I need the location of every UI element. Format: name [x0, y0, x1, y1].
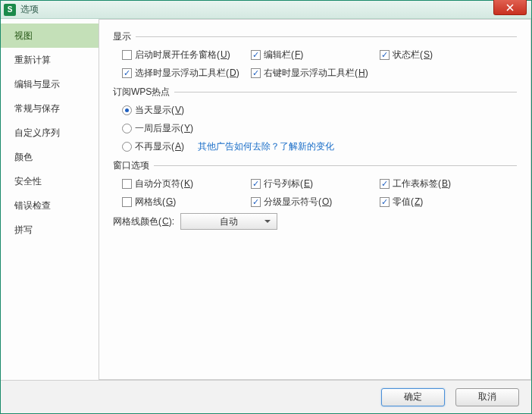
- titlebar: S 选项: [1, 1, 531, 19]
- radio-icon: [122, 124, 132, 133]
- checkbox-icon: [380, 197, 390, 207]
- group-heading: 订阅WPS热点: [113, 86, 517, 99]
- radio-weeklater[interactable]: 一周后显示(Y): [122, 122, 193, 135]
- link-remove-ads[interactable]: 其他广告如何去除？了解新的变化: [198, 140, 334, 153]
- checkbox-label: 行号列标(E): [264, 177, 313, 190]
- sidebar-item-spelling[interactable]: 拼写: [1, 218, 99, 242]
- checkbox-rowcol[interactable]: 行号列标(E): [251, 177, 313, 190]
- group-title: 显示: [113, 30, 131, 43]
- button-label: 确定: [404, 390, 422, 403]
- checkbox-label: 启动时展开任务窗格(U): [135, 49, 230, 61]
- group-heading: 窗口选项: [113, 159, 517, 172]
- sidebar-item-label: 自定义序列: [14, 127, 60, 138]
- cancel-button[interactable]: 取消: [455, 388, 519, 406]
- radio-never[interactable]: 不再显示(A): [122, 140, 184, 153]
- sidebar-item-label: 拼写: [14, 224, 33, 235]
- checkbox-icon: [122, 68, 132, 78]
- chevron-down-icon: [264, 220, 271, 223]
- divider: [136, 36, 517, 37]
- sidebar-item-color[interactable]: 颜色: [1, 145, 99, 169]
- sidebar-item-recalc[interactable]: 重新计算: [1, 48, 99, 72]
- checkbox-label: 工作表标签(B): [393, 177, 451, 190]
- ok-button[interactable]: 确定: [381, 388, 445, 406]
- checkbox-icon: [251, 68, 261, 78]
- content-panel: 显示 启动时展开任务窗格(U): [99, 19, 531, 380]
- group-wps-subscribe: 订阅WPS热点 当天显示(V) 一周后显示(Y): [113, 86, 517, 153]
- app-icon: S: [4, 4, 16, 16]
- sidebar: 视图 重新计算 编辑与显示 常规与保存 自定义序列 颜色 安全性 错误检查 拼写: [1, 19, 99, 380]
- dialog-footer: 确定 取消: [1, 380, 531, 413]
- window-title: 选项: [20, 3, 39, 16]
- checkbox-icon: [122, 179, 132, 189]
- sidebar-item-label: 颜色: [14, 152, 33, 162]
- checkbox-label: 编辑栏(F): [264, 49, 303, 61]
- checkbox-sheettabs[interactable]: 工作表标签(B): [380, 177, 451, 190]
- gridcolor-dropdown[interactable]: 自动: [180, 213, 277, 230]
- checkbox-label: 右键时显示浮动工具栏(H): [264, 67, 368, 80]
- sidebar-item-label: 错误检查: [14, 200, 51, 211]
- sidebar-item-custom-lists[interactable]: 自定义序列: [1, 121, 99, 145]
- checkbox-label: 选择时显示浮动工具栏(D): [135, 67, 239, 80]
- sidebar-item-security[interactable]: 安全性: [1, 169, 99, 193]
- group-heading: 显示: [113, 30, 517, 43]
- checkbox-formulabar[interactable]: 编辑栏(F): [251, 49, 303, 61]
- checkbox-icon: [122, 197, 132, 207]
- group-display: 显示 启动时展开任务窗格(U): [113, 30, 517, 80]
- sidebar-item-label: 视图: [14, 30, 33, 41]
- button-label: 取消: [478, 390, 496, 403]
- radio-icon: [122, 105, 132, 115]
- sidebar-item-edit-display[interactable]: 编辑与显示: [1, 72, 99, 96]
- radio-today[interactable]: 当天显示(V): [122, 104, 184, 117]
- checkbox-label: 状态栏(S): [393, 49, 433, 61]
- checkbox-icon: [380, 50, 390, 60]
- checkbox-taskpane[interactable]: 启动时展开任务窗格(U): [122, 49, 230, 61]
- dialog-body: 视图 重新计算 编辑与显示 常规与保存 自定义序列 颜色 安全性 错误检查 拼写…: [1, 19, 531, 380]
- sidebar-item-label: 编辑与显示: [14, 79, 60, 89]
- checkbox-icon: [122, 50, 132, 60]
- radio-label: 一周后显示(Y): [135, 122, 193, 135]
- group-window-options: 窗口选项 自动分页符(K): [113, 159, 517, 230]
- checkbox-statusbar[interactable]: 状态栏(S): [380, 49, 433, 61]
- gridcolor-label: 网格线颜色(C):: [113, 215, 174, 228]
- checkbox-icon: [251, 179, 261, 189]
- radio-icon: [122, 142, 132, 152]
- checkbox-gridlines[interactable]: 网格线(G): [122, 196, 176, 209]
- group-title: 订阅WPS热点: [113, 86, 170, 99]
- checkbox-label: 零值(Z): [393, 196, 423, 209]
- checkbox-pagebreak[interactable]: 自动分页符(K): [122, 177, 193, 190]
- options-dialog: S 选项 视图 重新计算 编辑与显示 常规与保存 自定义序列 颜色 安全性 错误…: [0, 0, 532, 414]
- dropdown-value: 自动: [220, 215, 238, 228]
- checkbox-icon: [251, 197, 261, 207]
- divider: [174, 92, 517, 93]
- checkbox-icon: [251, 50, 261, 60]
- sidebar-item-label: 重新计算: [14, 55, 51, 65]
- sidebar-item-error-check[interactable]: 错误检查: [1, 193, 99, 218]
- checkbox-label: 分级显示符号(O): [264, 196, 332, 209]
- sidebar-item-label: 常规与保存: [14, 103, 60, 114]
- divider: [154, 165, 517, 166]
- close-button[interactable]: [493, 0, 527, 15]
- sidebar-item-label: 安全性: [14, 176, 42, 187]
- checkbox-icon: [380, 179, 390, 189]
- close-icon: [506, 4, 514, 11]
- sidebar-item-view[interactable]: 视图: [1, 24, 99, 48]
- checkbox-label: 自动分页符(K): [135, 177, 193, 190]
- sidebar-item-general-save[interactable]: 常规与保存: [1, 96, 99, 121]
- radio-label: 当天显示(V): [135, 104, 184, 117]
- checkbox-floattool-select[interactable]: 选择时显示浮动工具栏(D): [122, 67, 239, 80]
- checkbox-floattool-rclick[interactable]: 右键时显示浮动工具栏(H): [251, 67, 368, 80]
- checkbox-label: 网格线(G): [135, 196, 176, 209]
- checkbox-outline[interactable]: 分级显示符号(O): [251, 196, 332, 209]
- checkbox-zero[interactable]: 零值(Z): [380, 196, 423, 209]
- group-title: 窗口选项: [113, 159, 149, 172]
- radio-label: 不再显示(A): [135, 140, 184, 153]
